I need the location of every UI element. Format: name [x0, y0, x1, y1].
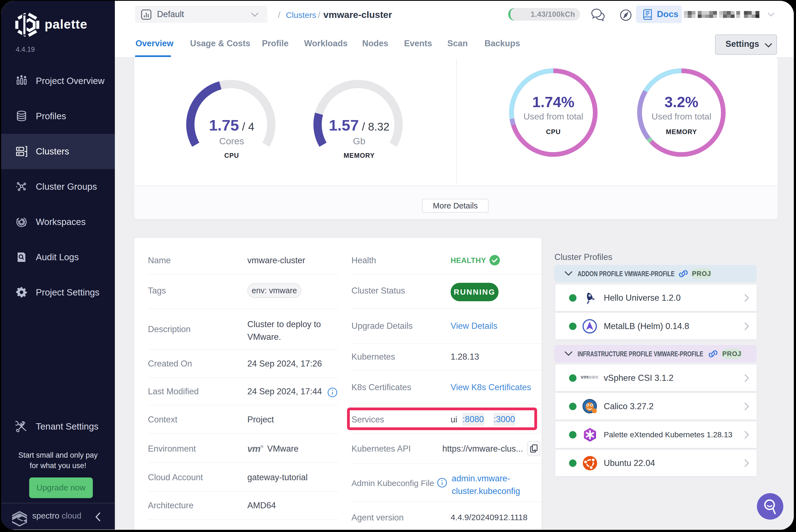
svg-text:INFRASTRUCTURE PROFILE VMWARE-: INFRASTRUCTURE PROFILE VMWARE-PROFILE	[577, 350, 703, 358]
svg-text:vm: vm	[581, 374, 588, 380]
svg-text:ware: ware	[587, 374, 598, 380]
svg-text:ADDON PROFILE VMWARE-PROFILE: ADDON PROFILE VMWARE-PROFILE	[577, 270, 675, 278]
